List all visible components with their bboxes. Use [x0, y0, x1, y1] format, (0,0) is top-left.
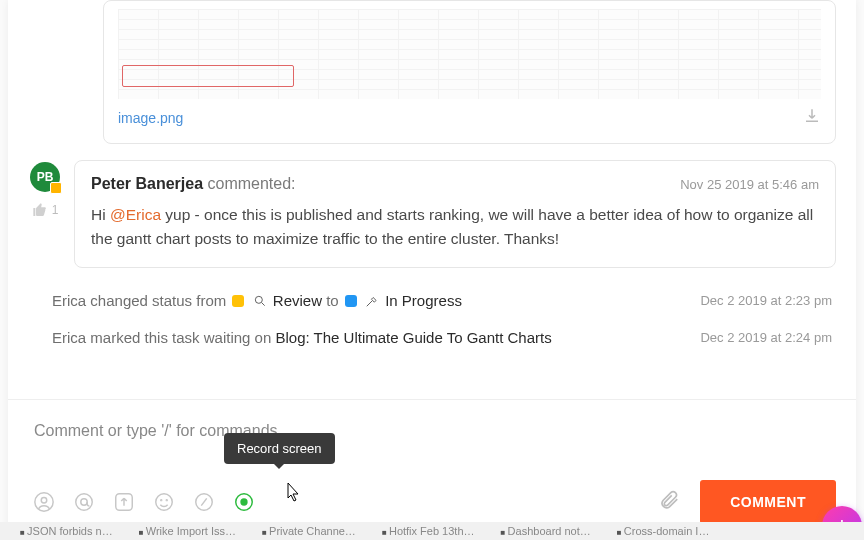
- svg-point-7: [161, 500, 162, 501]
- activity-actor[interactable]: Erica: [52, 329, 86, 346]
- compose-area: Comment or type '/' for commands Record …: [8, 399, 856, 524]
- comment-text-post: yup - once this is published and starts …: [91, 206, 813, 247]
- tab[interactable]: Hotfix Feb 13th…: [382, 525, 475, 537]
- status-dot-review: [232, 295, 244, 307]
- mention[interactable]: @Erica: [110, 206, 161, 223]
- status-to: In Progress: [385, 292, 462, 309]
- svg-point-3: [76, 494, 93, 511]
- comment-verb: commented:: [208, 175, 296, 192]
- compose-toolbar: [28, 490, 256, 514]
- activity-status-change: Erica changed status from Review to In P…: [28, 282, 836, 319]
- activity-timestamp: Dec 2 2019 at 2:24 pm: [700, 330, 832, 345]
- activity-verb: changed status from: [90, 292, 226, 309]
- upload-icon[interactable]: [112, 490, 136, 514]
- browser-tab-strip: JSON forbids n… Wrike Import Iss… Privat…: [0, 522, 864, 540]
- activity-timestamp: Dec 2 2019 at 2:23 pm: [700, 293, 832, 308]
- download-icon[interactable]: [803, 107, 821, 129]
- mention-icon[interactable]: [72, 490, 96, 514]
- activity-actor[interactable]: Erica: [52, 292, 86, 309]
- svg-point-1: [35, 493, 53, 511]
- like-button[interactable]: 1: [32, 202, 59, 218]
- tooltip-record-screen: Record screen: [224, 433, 335, 464]
- like-count: 1: [52, 203, 59, 217]
- tab[interactable]: Cross-domain I…: [617, 525, 710, 537]
- linked-task[interactable]: Blog: The Ultimate Guide To Gantt Charts: [275, 329, 551, 346]
- svg-point-11: [240, 498, 247, 505]
- comment-timestamp: Nov 25 2019 at 5:46 am: [680, 177, 819, 192]
- comment-sidecol: PB 1: [28, 160, 62, 268]
- hammer-icon: [365, 294, 379, 308]
- tab[interactable]: Wrike Import Iss…: [139, 525, 236, 537]
- emoji-icon[interactable]: [152, 490, 176, 514]
- svg-point-4: [81, 499, 87, 505]
- comment-card: Peter Banerjea commented: Nov 25 2019 at…: [74, 160, 836, 268]
- record-screen-icon[interactable]: [232, 490, 256, 514]
- tab[interactable]: Dashboard not…: [501, 525, 591, 537]
- svg-point-2: [41, 497, 47, 503]
- status-from: Review: [273, 292, 322, 309]
- attachment-thumbnail[interactable]: [118, 9, 821, 99]
- tab[interactable]: Private Channe…: [262, 525, 356, 537]
- comment-button[interactable]: COMMENT: [700, 480, 836, 524]
- comment-text-pre: Hi: [91, 206, 110, 223]
- slash-command-icon[interactable]: [192, 490, 216, 514]
- mouse-cursor: [282, 480, 306, 504]
- attachment-card: image.png: [103, 0, 836, 144]
- svg-point-8: [166, 500, 167, 501]
- comment-author[interactable]: Peter Banerjea: [91, 175, 203, 192]
- search-icon: [253, 294, 267, 308]
- attachment-filename[interactable]: image.png: [118, 110, 183, 126]
- avatar[interactable]: PB: [30, 162, 60, 192]
- svg-point-6: [156, 494, 173, 511]
- tab[interactable]: JSON forbids n…: [20, 525, 113, 537]
- activity-to-word: to: [326, 292, 339, 309]
- activity-waiting-on: Erica marked this task waiting on Blog: …: [28, 319, 836, 356]
- attachment-footer: image.png: [118, 103, 821, 129]
- assign-icon[interactable]: [32, 490, 56, 514]
- comment-body: Hi @Erica yup - once this is published a…: [91, 203, 819, 251]
- attach-icon[interactable]: [658, 489, 680, 515]
- comment-input[interactable]: Comment or type '/' for commands: [28, 416, 836, 480]
- comment-block: PB 1 Peter Banerjea commented: Nov 25 20…: [28, 160, 836, 268]
- task-panel: image.png PB 1 Peter Banerjea commen: [8, 0, 856, 540]
- status-dot-progress: [345, 295, 357, 307]
- activity-text: Erica changed status from Review to In P…: [52, 292, 462, 309]
- svg-point-0: [255, 296, 262, 303]
- activity-text: Erica marked this task waiting on Blog: …: [52, 329, 552, 346]
- activity-verb: marked this task waiting on: [90, 329, 271, 346]
